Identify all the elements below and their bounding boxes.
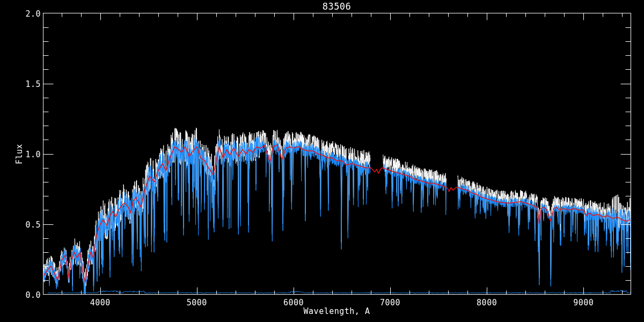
x-tick-label: 9000: [562, 298, 605, 308]
y-tick-label: 0.5: [17, 220, 41, 230]
spectrum-figure: 83506 Wavelength, A Flux 400050006000700…: [0, 0, 644, 322]
y-tick-label: 2.0: [17, 9, 41, 19]
plot-title: 83506: [43, 1, 631, 12]
x-tick-label: 7000: [369, 298, 412, 308]
x-tick-label: 4000: [79, 298, 122, 308]
x-axis-label: Wavelength, A: [43, 306, 631, 316]
y-tick-label: 1.5: [17, 79, 41, 89]
y-tick-label: 1.0: [17, 150, 41, 159]
spectrum-plot-canvas: [0, 0, 644, 322]
x-tick-label: 6000: [272, 298, 315, 308]
x-tick-label: 8000: [465, 298, 508, 308]
y-tick-label: 0.0: [17, 290, 41, 300]
x-tick-label: 5000: [175, 298, 218, 308]
